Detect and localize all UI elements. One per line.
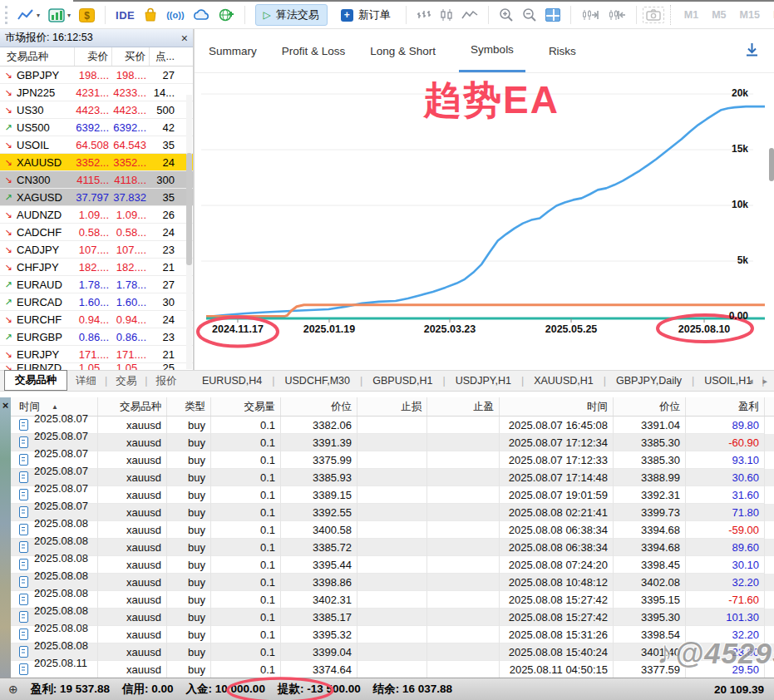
market-watch-row-xagusd[interactable]: ↗XAGUSD37.79737.83235 <box>0 189 193 206</box>
deal-cell-5 <box>357 626 427 643</box>
chart-tab-usdjpy-h1[interactable]: USDJPY,H1 <box>456 375 511 387</box>
deal-row-2[interactable]: 2025.08.07 ...xauusdbuy0.13375.992025.08… <box>11 451 774 469</box>
deals-column-header-5[interactable]: 止损 <box>357 397 427 416</box>
market-watch-row-cadjpy[interactable]: ↘CADJPY107....107....23 <box>0 241 193 259</box>
report-tab-long-short[interactable]: Long & Short <box>368 31 437 71</box>
deal-row-12[interactable]: 2025.08.08 ...xauusdbuy0.13395.322025.08… <box>11 626 774 643</box>
market-watch-row-usoil[interactable]: ↘USOIL64.50864.54335 <box>0 136 193 154</box>
market-watch-row-euraud[interactable]: ↗EURAUD1.78...1.78...27 <box>0 276 193 293</box>
line-chart-mode-button[interactable] <box>461 9 478 21</box>
deal-row-3[interactable]: 2025.08.07 ...xauusdbuy0.13385.932025.08… <box>11 469 774 486</box>
deal-row-11[interactable]: 2025.08.08 ...xauusdbuy0.13385.172025.08… <box>11 609 774 626</box>
market-watch-row-xauusd[interactable]: ↘XAUUSD3352...3352...24 <box>0 154 193 171</box>
market-watch-row-jpn225[interactable]: ↘JPN2254231...4233...14... <box>0 84 193 101</box>
market-watch-close-button[interactable]: × <box>181 32 188 44</box>
timeframe-button-m1[interactable]: M1 <box>684 9 698 21</box>
deal-row-14[interactable]: 2025.08.11 ...xauusdbuy0.13374.642025.08… <box>11 661 774 678</box>
scrollbar-thumb[interactable] <box>769 148 774 181</box>
algo-trading-button[interactable]: ▷ 算法交易 <box>255 4 328 26</box>
spread-value: 24 <box>150 156 180 169</box>
deals-column-header-2[interactable]: 类型 <box>167 397 211 416</box>
toolbar-grip[interactable] <box>5 6 7 24</box>
expand-icon[interactable]: ⊕ <box>8 683 18 696</box>
market-watch-column-header-1[interactable]: 卖价 <box>75 47 112 66</box>
deals-column-header-8[interactable]: 价位 <box>614 397 686 416</box>
chart-tab-gbpjpy-daily[interactable]: GBPJPY,Daily <box>616 375 682 387</box>
sort-ascending-icon: ▲ <box>52 403 58 411</box>
market-watch-column-header-2[interactable]: 买价 <box>112 47 150 66</box>
timeframe-button-m5[interactable]: M5 <box>712 9 726 21</box>
market-watch-row-chfjpy[interactable]: ↘CHFJPY182....182....21 <box>0 259 193 276</box>
market-watch-row-gbpjpy[interactable]: ↘GBPJPY198....198....27 <box>0 67 193 84</box>
chart-tab-eurusd-h4[interactable]: EURUSD,H4 <box>202 375 262 387</box>
tabs-scroll-right-icon[interactable]: ▸ <box>762 376 767 387</box>
market-watch-scrollbar[interactable] <box>186 95 192 369</box>
deals-column-header-6[interactable]: 止盈 <box>427 397 500 416</box>
market-watch-row-us500[interactable]: ↗US5006392...6392...42 <box>0 119 193 136</box>
chart-tab-gbpusd-h1[interactable]: GBPUSD,H1 <box>372 375 432 387</box>
deals-column-header-4[interactable]: 价位 <box>281 397 357 416</box>
screenshot-button[interactable] <box>643 7 664 23</box>
market-watch-tab-3[interactable]: 报价 <box>156 374 177 388</box>
ide-button[interactable]: IDE <box>116 9 135 22</box>
chart-tab-usdchf-m30[interactable]: USDCHF,M30 <box>285 375 351 387</box>
deal-row-10[interactable]: 2025.08.08 ...xauusdbuy0.13402.312025.08… <box>11 591 774 609</box>
market-watch-tab-2[interactable]: 交易 <box>116 374 136 388</box>
market-watch-row-eurjpy[interactable]: ↘EURJPY171....171....21 <box>0 346 193 363</box>
deals-column-header-7[interactable]: 时间 <box>500 397 614 416</box>
market-watch-row-eurgbp[interactable]: ↗EURGBP0.86...0.86...23 <box>0 328 193 346</box>
report-scrollbar[interactable] <box>769 148 774 364</box>
zoom-in-button[interactable] <box>499 7 514 22</box>
report-tab-risks[interactable]: Risks <box>547 31 578 71</box>
zoom-out-button[interactable] <box>522 7 537 22</box>
deals-column-header-1[interactable]: 交易品种 <box>98 397 167 416</box>
market-watch-row-eurcad[interactable]: ↗EURCAD1.60...1.60...30 <box>0 293 193 311</box>
chart-tab-xauusd-h1[interactable]: XAUUSD,H1 <box>534 375 594 387</box>
tile-windows-button[interactable] <box>545 8 560 22</box>
market-watch-row-cadchf[interactable]: ↘CADCHF0.58...0.58...24 <box>0 224 193 241</box>
deposit-button[interactable]: $ <box>79 8 95 22</box>
deals-column-header-9[interactable]: 盈利 <box>686 397 765 416</box>
shift-end-button[interactable] <box>581 8 599 22</box>
market-watch-column-header-0[interactable]: 交易品种 <box>0 47 75 66</box>
market-watch-tab-0[interactable]: 交易品种 <box>4 370 67 391</box>
deal-row-13[interactable]: 2025.08.08 ...xauusdbuy0.13399.042025.08… <box>11 643 774 661</box>
deal-row-9[interactable]: 2025.08.08 ...xauusdbuy0.13398.862025.08… <box>11 574 774 591</box>
market-watch-tab-1[interactable]: 详细 <box>76 374 96 388</box>
deals-column-header-3[interactable]: 交易量 <box>211 397 281 416</box>
market-watch-row-cn300[interactable]: ↘CN3004115...4118...300 <box>0 171 193 189</box>
new-order-button[interactable]: + 新订单 <box>335 5 397 25</box>
chart-profile-button[interactable]: ▾ <box>17 8 40 22</box>
download-report-button[interactable] <box>745 42 759 57</box>
cloud-button[interactable] <box>193 8 210 22</box>
deal-cell-1: xauusd <box>98 451 167 469</box>
bar-chart-mode-button[interactable] <box>417 8 431 22</box>
market-watch-row-audnzd[interactable]: ↘AUDNZD1.09...1.09...26 <box>0 206 193 224</box>
deal-row-4[interactable]: 2025.08.07 ...xauusdbuy0.13389.152025.08… <box>11 486 774 504</box>
chart-tab-usoil-h1[interactable]: USOIL,H1 <box>704 375 752 387</box>
toolbox-close-button[interactable]: × <box>0 399 11 412</box>
bid-price: 4115... <box>75 174 112 186</box>
report-tab-summary[interactable]: Summary <box>207 31 259 71</box>
timeframe-button-m15[interactable]: M15 <box>740 9 760 21</box>
report-tab-symbols[interactable]: Symbols <box>459 29 525 72</box>
deal-row-7[interactable]: 2025.08.08 ...xauusdbuy0.13385.722025.08… <box>11 539 774 556</box>
deal-row-6[interactable]: 2025.08.08 ...xauusdbuy0.13400.582025.08… <box>11 521 774 539</box>
community-button[interactable] <box>219 7 234 22</box>
auto-scroll-button[interactable] <box>608 8 626 22</box>
indicators-button[interactable]: ▾ <box>48 8 71 22</box>
market-watch-row-us30[interactable]: ↘US304423...4423...500 <box>0 101 193 119</box>
deal-cell-3: 0.1 <box>211 643 281 661</box>
report-tab-profit-loss[interactable]: Profit & Loss <box>280 31 348 71</box>
deal-row-0[interactable]: 2025.08.07 ...xauusdbuy0.13382.062025.08… <box>11 417 774 434</box>
market-watch-column-header-3[interactable]: 点... <box>150 47 180 66</box>
signals-icon[interactable]: ((o)) <box>166 10 184 20</box>
scrollbar-thumb[interactable] <box>186 153 192 265</box>
deal-row-8[interactable]: 2025.08.08 ...xauusdbuy0.13395.442025.08… <box>11 556 774 574</box>
deal-row-5[interactable]: 2025.08.07 ...xauusdbuy0.13392.552025.08… <box>11 504 774 521</box>
tabs-scroll-left-icon[interactable]: ◂ <box>748 376 753 387</box>
candlestick-mode-button[interactable] <box>440 8 453 22</box>
deal-row-1[interactable]: 2025.08.07 ...xauusdbuy0.13391.392025.08… <box>11 434 774 451</box>
market-watch-row-eurchf[interactable]: ↘EURCHF0.94...0.94...24 <box>0 311 193 328</box>
market-button[interactable] <box>143 7 158 22</box>
